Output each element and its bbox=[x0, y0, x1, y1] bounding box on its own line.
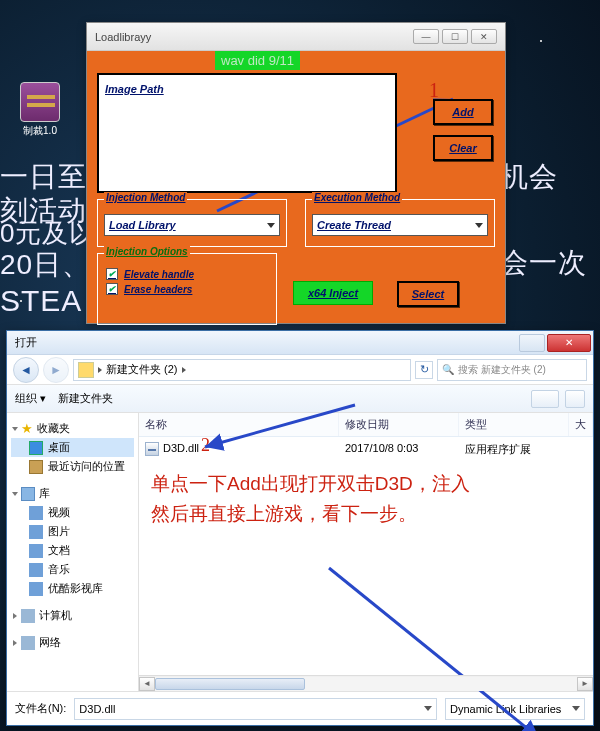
chevron-down-icon bbox=[572, 706, 580, 711]
image-path-group: Image Path bbox=[97, 73, 397, 193]
desktop-rar-icon[interactable]: 制裁1.0 bbox=[18, 82, 62, 138]
nav-picture[interactable]: 图片 bbox=[11, 522, 134, 541]
chevron-right-icon bbox=[98, 367, 102, 373]
expand-icon bbox=[12, 427, 18, 431]
col-name[interactable]: 名称 bbox=[139, 413, 339, 436]
help-button[interactable] bbox=[565, 390, 585, 408]
folder-icon bbox=[78, 362, 94, 378]
clear-button[interactable]: Clear bbox=[433, 135, 493, 161]
nav-music[interactable]: 音乐 bbox=[11, 560, 134, 579]
erase-headers-checkbox[interactable]: ✔ Erase headers bbox=[106, 283, 268, 295]
nav-library[interactable]: 库 bbox=[11, 484, 134, 503]
chevron-down-icon bbox=[475, 223, 483, 228]
search-input[interactable]: 🔍 搜索 新建文件夹 (2) bbox=[437, 359, 587, 381]
address-bar-row: ◄ ► 新建文件夹 (2) ↻ 🔍 搜索 新建文件夹 (2) bbox=[7, 355, 593, 385]
filename-input[interactable]: D3D.dll bbox=[74, 698, 437, 720]
nav-recent[interactable]: 最近访问的位置 bbox=[11, 457, 134, 476]
checkbox-icon: ✔ bbox=[106, 283, 118, 295]
refresh-button[interactable]: ↻ bbox=[415, 361, 433, 379]
nav-network[interactable]: 网络 bbox=[11, 633, 134, 652]
checkbox-icon: ✔ bbox=[106, 268, 118, 280]
file-date: 2017/10/8 0:03 bbox=[339, 440, 459, 459]
new-folder-button[interactable]: 新建文件夹 bbox=[58, 391, 113, 406]
nav-youku[interactable]: 优酷影视库 bbox=[11, 579, 134, 598]
execution-method-group: Execution Method Create Thread bbox=[305, 199, 495, 247]
search-placeholder: 搜索 新建文件夹 (2) bbox=[458, 363, 546, 377]
maximize-button[interactable]: ☐ bbox=[442, 29, 468, 44]
execution-method-label: Execution Method bbox=[312, 192, 402, 203]
execution-method-combo[interactable]: Create Thread bbox=[312, 214, 488, 236]
titlebar[interactable]: Loadlibrayy — ☐ ✕ bbox=[87, 23, 505, 51]
close-button[interactable]: ✕ bbox=[547, 334, 591, 352]
organize-button[interactable]: 组织 ▾ bbox=[15, 391, 46, 406]
file-name: D3D.dll bbox=[163, 442, 199, 454]
open-dialog: 打开 ✕ ◄ ► 新建文件夹 (2) ↻ 🔍 搜索 新建文件夹 (2) 组织 ▾… bbox=[6, 330, 594, 726]
view-button[interactable] bbox=[531, 390, 559, 408]
youku-icon bbox=[29, 582, 43, 596]
horizontal-scrollbar[interactable]: ◄ ► bbox=[139, 675, 593, 691]
file-list: 名称 修改日期 类型 大 D3D.dll 2017/10/8 0:03 应用程序… bbox=[139, 413, 593, 691]
execution-method-value: Create Thread bbox=[317, 219, 391, 231]
bg-text: 会一次 bbox=[500, 244, 587, 282]
injection-method-group: Injection Method Load Library bbox=[97, 199, 287, 247]
col-date[interactable]: 修改日期 bbox=[339, 413, 459, 436]
injection-method-label: Injection Method bbox=[104, 192, 187, 203]
scroll-thumb[interactable] bbox=[155, 678, 305, 690]
star-icon: ★ bbox=[21, 421, 33, 436]
scroll-track[interactable] bbox=[155, 677, 577, 691]
dialog-titlebar[interactable]: 打开 ✕ bbox=[7, 331, 593, 355]
forward-button[interactable]: ► bbox=[43, 357, 69, 383]
music-icon bbox=[29, 563, 43, 577]
minimize-button[interactable]: — bbox=[413, 29, 439, 44]
scroll-right-button[interactable]: ► bbox=[577, 677, 593, 691]
injector-window: Loadlibrayy — ☐ ✕ wav did 9/11 1 Image P… bbox=[86, 22, 506, 324]
picture-icon bbox=[29, 525, 43, 539]
dll-icon bbox=[145, 442, 159, 456]
chevron-right-icon bbox=[182, 367, 186, 373]
document-icon bbox=[29, 544, 43, 558]
filter-combo[interactable]: Dynamic Link Libraries bbox=[445, 698, 585, 720]
filename-value: D3D.dll bbox=[79, 703, 115, 715]
nav-doc[interactable]: 文档 bbox=[11, 541, 134, 560]
elevate-handle-checkbox[interactable]: ✔ Elevate handle bbox=[106, 268, 268, 280]
search-icon: 🔍 bbox=[442, 364, 454, 375]
breadcrumb[interactable]: 新建文件夹 (2) bbox=[73, 359, 411, 381]
computer-icon bbox=[21, 609, 35, 623]
chevron-down-icon bbox=[424, 706, 432, 711]
nav-video[interactable]: 视频 bbox=[11, 503, 134, 522]
bg-text: STEA bbox=[0, 284, 82, 318]
injection-method-combo[interactable]: Load Library bbox=[104, 214, 280, 236]
scroll-left-button[interactable]: ◄ bbox=[139, 677, 155, 691]
dialog-title: 打开 bbox=[15, 335, 37, 350]
back-button[interactable]: ◄ bbox=[13, 357, 39, 383]
col-type[interactable]: 类型 bbox=[459, 413, 569, 436]
breadcrumb-folder: 新建文件夹 (2) bbox=[106, 362, 178, 377]
expand-icon bbox=[12, 492, 18, 496]
add-button[interactable]: Add bbox=[433, 99, 493, 125]
list-header[interactable]: 名称 修改日期 类型 大 bbox=[139, 413, 593, 437]
help-button[interactable] bbox=[519, 334, 545, 352]
nav-pane: ★收藏夹 桌面 最近访问的位置 库 视频 图片 文档 音乐 优酷影视库 计算机 … bbox=[7, 413, 139, 691]
injection-options-group: Injection Options ✔ Elevate handle ✔ Era… bbox=[97, 253, 277, 325]
x64-inject-button[interactable]: x64 Inject bbox=[293, 281, 373, 305]
instruction-text: 单点一下Add出现打开双击D3D，注入 然后再直接上游戏，看下一步。 bbox=[151, 469, 470, 530]
annotation-2: 2 bbox=[201, 435, 210, 456]
desktop-icon bbox=[29, 441, 43, 455]
nav-favorites[interactable]: ★收藏夹 bbox=[11, 419, 134, 438]
desktop-icon-label: 制裁1.0 bbox=[18, 124, 62, 138]
nav-desktop[interactable]: 桌面 bbox=[11, 438, 134, 457]
injection-options-label: Injection Options bbox=[104, 246, 190, 257]
select-button[interactable]: Select bbox=[397, 281, 459, 307]
recent-icon bbox=[29, 460, 43, 474]
filename-label: 文件名(N): bbox=[15, 701, 66, 716]
col-size[interactable]: 大 bbox=[569, 413, 593, 436]
image-path-label: Image Path bbox=[105, 83, 164, 95]
bg-text: 机会 bbox=[500, 158, 558, 196]
expand-icon bbox=[13, 613, 17, 619]
credit-label: wav did 9/11 bbox=[215, 51, 300, 70]
close-button[interactable]: ✕ bbox=[471, 29, 497, 44]
injection-method-value: Load Library bbox=[109, 219, 176, 231]
video-icon bbox=[29, 506, 43, 520]
window-title: Loadlibrayy bbox=[95, 31, 151, 43]
nav-computer[interactable]: 计算机 bbox=[11, 606, 134, 625]
